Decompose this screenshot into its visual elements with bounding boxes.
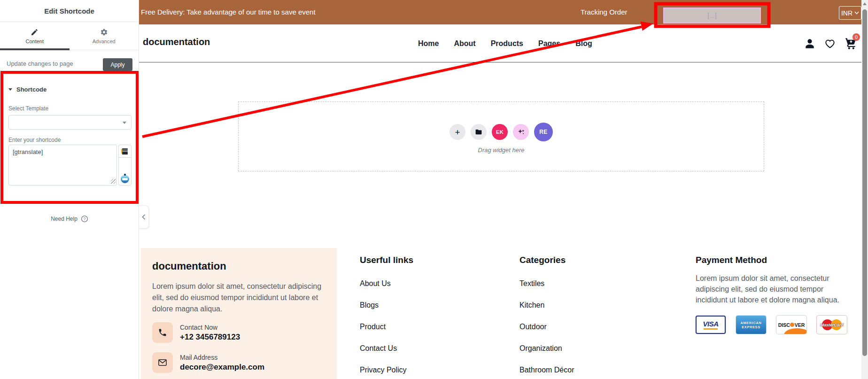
shortcode-input-group: [gtranslate] [8, 145, 132, 186]
chevron-down-icon [123, 122, 126, 124]
payment-text: Lorem ipsum dolor sit amet, consectetur … [696, 273, 853, 305]
site-logo[interactable]: documentation [143, 37, 210, 47]
shortcode-input-label: Enter your shortcode [8, 137, 61, 143]
contact-label: Contact Now [180, 324, 240, 331]
footer-link[interactable]: Kitchen [519, 300, 574, 311]
footer-link[interactable]: Contact Us [360, 343, 413, 354]
elementskit-button[interactable]: EK [492, 124, 508, 140]
section-caret-icon [8, 88, 12, 91]
placeholder-text: [...] [707, 12, 716, 19]
menu-item-about[interactable]: About [454, 39, 475, 48]
panel-title: Edit Shortcode [44, 7, 94, 15]
discover-swoosh [784, 328, 806, 334]
tab-advanced[interactable]: Advanced [70, 22, 139, 50]
chevron-left-icon [142, 214, 146, 220]
envelope-icon [152, 352, 173, 373]
menu-item-pages[interactable]: Pages [538, 39, 560, 48]
select-template-dropdown[interactable] [8, 115, 132, 130]
contact-phone-row[interactable]: Contact Now +12 3456789123 [152, 322, 240, 343]
scrollbar-up-arrow[interactable] [863, 2, 867, 5]
footer-link[interactable]: Blogs [360, 300, 413, 311]
chevron-down-icon [854, 11, 859, 15]
svg-text:?: ? [83, 217, 85, 221]
footer-link[interactable]: Bathroom Décor [519, 364, 574, 376]
menu-item-blog[interactable]: Blog [575, 39, 592, 48]
footer-column-categories: Categories Textiles Kitchen Outdoor Orga… [519, 255, 574, 379]
footer-link[interactable]: Product [360, 321, 413, 333]
plus-icon: + [455, 128, 460, 137]
tracking-order-link[interactable]: Tracking Order [581, 8, 627, 16]
footer-link[interactable]: Organization [519, 343, 574, 354]
shortcode-section-toggle[interactable]: Shortcode [8, 86, 46, 93]
phone-icon [152, 322, 173, 343]
footer-brand: documentation [152, 260, 326, 272]
add-section-button[interactable]: + [450, 124, 465, 140]
ai-sparkle-button[interactable] [513, 124, 529, 140]
need-help-link[interactable]: Need Help ? [0, 215, 139, 223]
footer-link[interactable]: Privacy Policy [360, 364, 413, 376]
mastercard-card-icon: MasterCard [817, 316, 847, 334]
footer-column-title: Categories [519, 255, 574, 265]
cart-count-badge: 0 [852, 33, 860, 41]
tab-advanced-label: Advanced [93, 39, 116, 44]
robot-icon [121, 175, 129, 183]
footer-column-links: Userful links About Us Blogs Product Con… [360, 255, 413, 379]
promo-text: Free Delivery: Take advantage of our tim… [141, 8, 316, 16]
amex-card-icon: AMERICAN EXPRESS [736, 316, 766, 334]
database-icon [122, 148, 128, 155]
pencil-icon [31, 28, 39, 36]
panel-tabs: Content Advanced [0, 22, 139, 50]
scrollbar-thumb[interactable] [862, 9, 867, 356]
footer-link[interactable]: Textiles [519, 278, 574, 289]
currency-select[interactable]: INR [839, 6, 861, 20]
textarea-resize-handle[interactable] [111, 179, 116, 184]
elementskit-logo-icon: EK [496, 129, 504, 135]
footer-column-payment: Payment Method Lorem ipsum dolor sit ame… [696, 255, 853, 334]
discover-o-dot [790, 323, 794, 327]
discover-card-icon: DISC VER [776, 316, 806, 334]
ai-assistant-button[interactable] [119, 175, 131, 183]
sparkle-icon [517, 128, 525, 136]
contact-phone-value: +12 3456789123 [180, 333, 240, 342]
header-icons: 0 [804, 24, 857, 62]
re-widgets-button[interactable]: RE [534, 123, 553, 141]
mail-label: Mail Address [180, 354, 264, 361]
re-logo-icon: RE [539, 129, 548, 135]
drag-widget-hint: Drag widget here [239, 147, 764, 154]
menu-item-home[interactable]: Home [418, 39, 439, 48]
site-header: documentation Home About Products Pages … [139, 24, 861, 62]
footer-about-text: Lorem ipsum dolor sit amet, consectetur … [152, 281, 325, 315]
cart-icon[interactable]: 0 [844, 37, 857, 50]
menu-item-products[interactable]: Products [491, 39, 523, 48]
add-widget-buttons: + EK RE [239, 123, 764, 141]
gear-icon [100, 28, 108, 36]
footer-link[interactable]: About Us [360, 278, 413, 289]
footer-link[interactable]: Outdoor [519, 321, 574, 333]
main-menu: Home About Products Pages Blog [418, 24, 592, 62]
apply-button[interactable]: Apply [103, 58, 132, 71]
shortcode-library-button[interactable] [119, 145, 131, 158]
template-library-button[interactable] [471, 124, 487, 140]
update-text: Update changes to page [7, 60, 73, 67]
payment-cards: VISA AMERICAN EXPRESS DISC VER MasterCar… [696, 316, 853, 334]
footer-column-title: Userful links [360, 255, 413, 265]
select-template-label: Select Template [8, 105, 48, 112]
folder-icon [475, 129, 482, 135]
tab-content[interactable]: Content [0, 22, 70, 50]
tab-content-label: Content [25, 39, 44, 44]
page-scrollbar[interactable] [861, 0, 868, 379]
shortcode-side-toolbar [118, 145, 132, 186]
elementor-drop-zone[interactable]: + EK RE Drag widget here [238, 101, 764, 171]
payment-title: Payment Method [696, 255, 853, 265]
account-icon[interactable] [804, 38, 816, 50]
shortcode-textarea[interactable]: [gtranslate] [8, 145, 117, 186]
screen: Edit Shortcode Content Advanced Update c… [0, 0, 868, 379]
question-circle-icon: ? [81, 215, 88, 223]
wishlist-heart-icon[interactable] [824, 38, 836, 50]
announcement-bar: Free Delivery: Take advantage of our tim… [139, 0, 861, 24]
visa-card-icon: VISA [696, 316, 726, 334]
need-help-label: Need Help [51, 216, 78, 222]
contact-mail-row[interactable]: Mail Address decore@example.com [152, 352, 264, 373]
panel-collapse-button[interactable] [139, 205, 149, 229]
gtranslate-widget-placeholder[interactable]: [...] [663, 8, 761, 23]
